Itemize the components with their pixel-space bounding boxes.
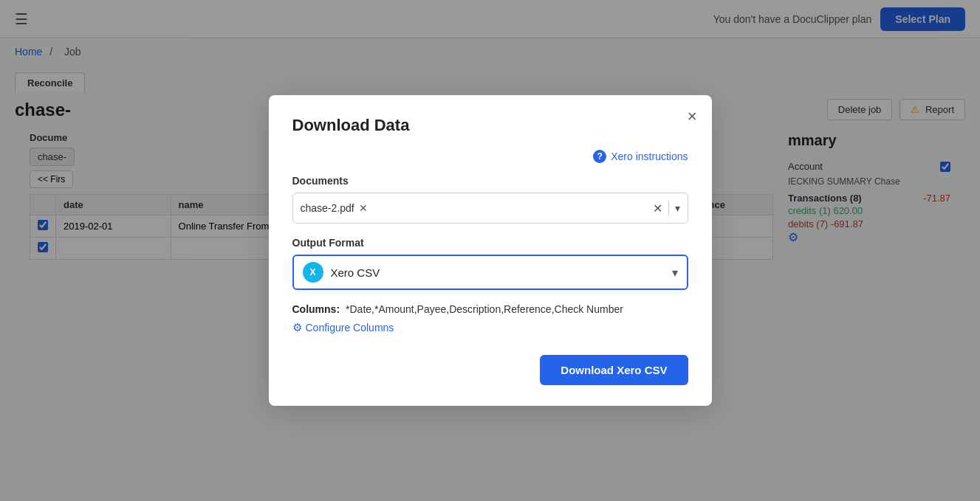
document-tag-item: chase-2.pdf ✕ bbox=[301, 202, 368, 214]
xero-instructions-row: ? Xero instructions bbox=[292, 150, 688, 163]
modal-close-button[interactable]: × bbox=[688, 108, 697, 125]
question-icon: ? bbox=[593, 150, 606, 163]
columns-row: Columns: *Date,*Amount,Payee,Description… bbox=[292, 303, 688, 334]
configure-columns-gear-icon: ⚙ bbox=[292, 321, 302, 334]
download-button[interactable]: Download Xero CSV bbox=[540, 355, 688, 385]
modal-title: Download Data bbox=[292, 116, 688, 135]
output-format-caret-icon[interactable]: ▾ bbox=[672, 266, 678, 280]
columns-label: Columns: bbox=[292, 303, 340, 315]
modal-overlay: Download Data × ? Xero instructions Docu… bbox=[0, 0, 980, 501]
download-data-modal: Download Data × ? Xero instructions Docu… bbox=[269, 95, 712, 406]
documents-field[interactable]: chase-2.pdf ✕ ✕ ▾ bbox=[292, 193, 688, 224]
modal-footer: Download Xero CSV bbox=[292, 355, 688, 385]
documents-field-divider bbox=[668, 201, 669, 215]
output-format-label: Output Format bbox=[292, 237, 688, 249]
xero-instructions-link[interactable]: Xero instructions bbox=[611, 151, 688, 162]
output-format-value: Xero CSV bbox=[331, 266, 672, 279]
output-format-select[interactable]: X Xero CSV ▾ bbox=[292, 255, 688, 290]
columns-value: *Date,*Amount,Payee,Description,Referenc… bbox=[346, 303, 688, 315]
documents-field-clear-icon[interactable]: ✕ bbox=[653, 201, 662, 215]
xero-logo: X bbox=[303, 262, 323, 283]
documents-label: Documents bbox=[292, 175, 688, 187]
document-tag-close-icon[interactable]: ✕ bbox=[359, 202, 368, 214]
documents-field-caret-icon[interactable]: ▾ bbox=[675, 202, 680, 214]
configure-columns-link[interactable]: ⚙ Configure Columns bbox=[292, 321, 394, 334]
document-tag-text: chase-2.pdf bbox=[301, 202, 354, 214]
